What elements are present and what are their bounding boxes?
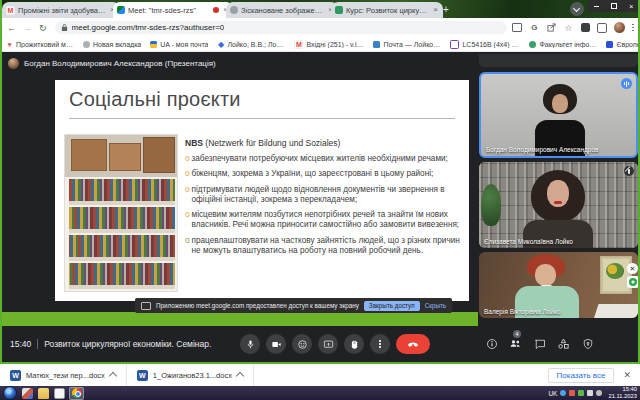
taskbar-explorer-icon[interactable] xyxy=(38,388,49,399)
more-options-button[interactable] xyxy=(370,334,390,354)
bullet-icon: o xyxy=(185,210,190,231)
plant xyxy=(481,184,501,226)
partial-tile-above xyxy=(479,54,638,67)
bookmark-item[interactable]: ◆Лойко, В.В.; Лойко... xyxy=(217,41,285,48)
screen-share-banner: Приложению meet.google.com предоставлен … xyxy=(135,298,452,313)
info-icon xyxy=(486,338,498,350)
mic-button[interactable] xyxy=(240,334,260,354)
participant-tile-aleksandrov[interactable]: Богдан Володимирович Александров xyxy=(479,72,638,158)
bookmark-item[interactable]: Новая вкладка xyxy=(83,41,141,48)
back-button[interactable]: ← xyxy=(7,23,16,33)
slide-photo-bookshelves xyxy=(64,134,178,292)
presenter-chip: Богдан Володимирович Александров (Презен… xyxy=(8,58,216,69)
raise-hand-button[interactable] xyxy=(344,334,364,354)
show-all-downloads-button[interactable]: Показать все xyxy=(548,368,615,383)
smiley-icon xyxy=(297,339,308,350)
address-bar[interactable]: meet.google.com/tmr-sdes-rzs?authuser=0 xyxy=(55,21,507,34)
bookmark-item[interactable]: Факультет інформа... xyxy=(529,41,597,48)
new-tab-button[interactable]: + xyxy=(440,4,452,16)
start-button[interactable] xyxy=(3,386,17,400)
translate-icon[interactable]: G xyxy=(529,23,539,33)
tab-gmail-reports[interactable]: M Проміжні звіти здобувачів сту × xyxy=(2,2,120,18)
tab-search-button[interactable] xyxy=(570,2,584,16)
taskbar-document-icon[interactable] xyxy=(54,388,65,399)
slide-bullet: oпідтримувати людей щодо відновлення док… xyxy=(185,185,463,206)
activities-button[interactable] xyxy=(557,337,570,350)
tab-scanned-image[interactable]: Зіскановане зображення × xyxy=(226,2,338,18)
profile-avatar[interactable] xyxy=(614,22,625,33)
chevron-down-icon xyxy=(573,5,580,12)
meeting-details-button[interactable] xyxy=(485,337,498,350)
participants-button[interactable]: 4 xyxy=(509,337,522,350)
hide-banner-button[interactable]: Скрыть xyxy=(425,302,447,309)
tray-volume-icon[interactable] xyxy=(596,390,602,396)
bookmark-item[interactable]: LC5416B (4x4) (ВЕ... xyxy=(450,40,520,49)
url-text: meet.google.com/tmr-sdes-rzs?authuser=0 xyxy=(72,23,225,32)
tab-title: Зіскановане зображення xyxy=(241,6,324,15)
close-downloads-icon[interactable]: ✕ xyxy=(614,370,640,380)
slide-bullet: oмісцевим жителям позбутися непотрібних … xyxy=(185,210,463,231)
reactions-button[interactable] xyxy=(292,334,312,354)
presenter-label: Богдан Володимирович Александров (Презен… xyxy=(24,59,216,68)
overlay-close-icon[interactable]: ✕ xyxy=(627,263,638,274)
chevron-up-icon[interactable] xyxy=(236,372,244,380)
share-icon[interactable] xyxy=(546,23,556,33)
media-control-icon[interactable] xyxy=(512,23,522,33)
minimize-button[interactable] xyxy=(588,0,605,12)
taskbar-chrome-active[interactable] xyxy=(69,387,84,400)
host-controls-button[interactable] xyxy=(581,337,594,350)
forward-button[interactable]: → xyxy=(23,23,32,33)
tab-meet[interactable]: Meet: "tmr-sdes-rzs" × xyxy=(113,2,233,18)
chevron-up-icon[interactable] xyxy=(109,372,117,380)
tray-skype-icon[interactable] xyxy=(560,390,566,396)
meet-main-area: Богдан Володимирович Александров (Презен… xyxy=(0,53,640,362)
meet-bottom-bar: 15:40 Розвиток циркулярної економіки. Се… xyxy=(0,326,640,362)
reload-button[interactable]: ↻ xyxy=(39,23,47,33)
bookmark-item[interactable]: Почта — Лойко Ба... xyxy=(373,41,441,48)
bookmark-star-icon[interactable]: ☆ xyxy=(563,23,573,33)
participants-count-badge: 4 xyxy=(513,330,521,338)
tray-app-icon[interactable] xyxy=(569,390,575,396)
tab-groups-icon[interactable] xyxy=(597,23,607,33)
faculty-icon xyxy=(529,41,536,48)
browser-menu-icon[interactable] xyxy=(632,24,634,31)
taskbar-paint-icon[interactable] xyxy=(22,388,33,399)
download-item[interactable]: W 1_Ожиганов23.1...docx xyxy=(127,364,254,386)
meeting-clock: 15:40 xyxy=(10,339,31,349)
participant-tile-valeriia[interactable]: Валерія Вікторівна Лойко xyxy=(479,252,638,318)
bookmark-item[interactable]: Європейський нау... xyxy=(606,41,640,48)
tray-shield-icon[interactable] xyxy=(578,390,584,396)
bookmark-item[interactable]: UA - моя почта xyxy=(150,41,208,48)
participant-tile-yelyzaveta[interactable]: Єлизавета Миколаївна Лойко xyxy=(479,162,638,248)
clock-time: 15:40 xyxy=(608,386,637,393)
language-indicator[interactable]: UK xyxy=(548,390,557,397)
present-button[interactable] xyxy=(318,334,338,354)
close-window-button[interactable]: × xyxy=(623,0,640,12)
extension-icon[interactable] xyxy=(580,23,590,33)
desktop-screen: M Проміжні звіти здобувачів сту × Meet: … xyxy=(0,0,640,400)
bullet-icon: o xyxy=(185,154,190,164)
bookmark-item[interactable]: ♥Прожитковий мін... xyxy=(6,41,74,48)
windows-taskbar: UK 15:40 21.11.2023 xyxy=(0,386,640,400)
tray-network-icon[interactable] xyxy=(587,390,593,396)
chat-button[interactable] xyxy=(533,337,546,350)
gmail-icon: M xyxy=(6,6,15,15)
bookmark-label: Новая вкладка xyxy=(93,41,141,48)
bookmark-label: Факультет інформа... xyxy=(539,41,597,48)
globe-icon xyxy=(83,41,90,48)
clock-date: 21.11.2023 xyxy=(608,393,637,400)
browser-toolbar: ← → ↻ meet.google.com/tmr-sdes-rzs?authu… xyxy=(0,18,640,37)
taskbar-clock[interactable]: 15:40 21.11.2023 xyxy=(608,386,637,399)
tab-moodle-course[interactable]: Курс: Розвиток циркулярної ек × xyxy=(331,2,443,18)
stop-sharing-button[interactable]: Закрыть доступ xyxy=(364,301,420,311)
mic-icon xyxy=(245,339,256,350)
screen-recorder-widget-icon[interactable] xyxy=(627,276,639,288)
cast-icon xyxy=(141,302,151,310)
camera-button[interactable] xyxy=(266,334,286,354)
download-item[interactable]: W Матюх_тези пер...docx xyxy=(0,364,127,386)
download-filename: Матюх_тези пер...docx xyxy=(26,371,105,380)
close-icon[interactable]: × xyxy=(432,6,439,14)
leave-call-button[interactable] xyxy=(396,334,430,354)
bookmark-item[interactable]: MВхідні (251) - v.loik... xyxy=(294,40,364,49)
maximize-button[interactable] xyxy=(605,0,622,12)
